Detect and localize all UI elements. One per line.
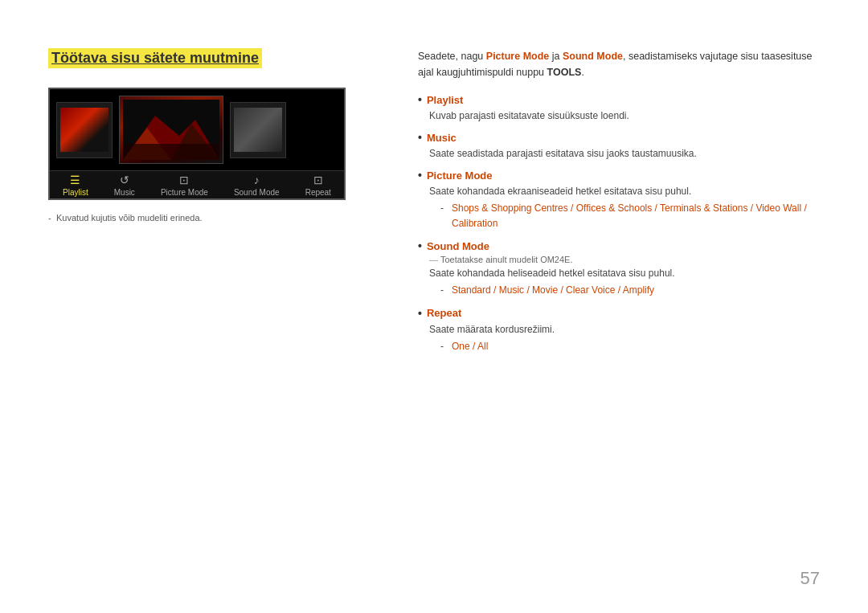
bullet-sound-mode: •: [418, 239, 422, 252]
section-title-repeat: • Repeat: [418, 307, 820, 320]
nav-repeat: ⊡ Repeat: [305, 174, 331, 197]
picture-mode-ref: Picture Mode: [486, 51, 550, 62]
picture-mode-title: Picture Mode: [427, 170, 493, 182]
sound-mode-links: Standard / Music / Movie / Clear Voice /…: [440, 283, 820, 298]
sound-mode-ref: Sound Mode: [563, 51, 623, 62]
section-title-playlist: • Playlist: [418, 93, 820, 106]
playlist-desc: Kuvab parajasti esitatavate sisuüksuste …: [418, 108, 820, 123]
picture-mode-sub-list: Shops & Shopping Centres / Offices & Sch…: [418, 201, 820, 231]
playlist-icon: ☰: [68, 174, 84, 186]
bullet-picture-mode: •: [418, 169, 422, 182]
nav-music: ↺ Music: [114, 174, 135, 197]
nav-playlist-label: Playlist: [63, 188, 88, 197]
bullet-repeat: •: [418, 307, 422, 320]
intro-paragraph: Seadete, nagu Picture Mode ja Sound Mode…: [418, 48, 820, 80]
right-column: Seadete, nagu Picture Mode ja Sound Mode…: [418, 48, 820, 581]
screen-thumbnail-right: [230, 102, 286, 158]
sound-mode-icon: ♪: [248, 174, 264, 186]
section-title-picture-mode: • Picture Mode: [418, 169, 820, 182]
music-desc: Saate seadistada parajasti esitatava sis…: [418, 146, 820, 161]
nav-sound-mode-label: Sound Mode: [234, 188, 280, 197]
bullet-playlist: •: [418, 93, 422, 106]
sound-mode-desc: Saate kohandada heliseadeid hetkel esita…: [418, 266, 820, 280]
screen-top: [50, 89, 344, 170]
main-thumb-svg: [123, 100, 219, 160]
repeat-icon: ⊡: [310, 174, 326, 186]
section-title-music: • Music: [418, 131, 820, 144]
picture-mode-icon: ⊡: [176, 174, 192, 186]
left-column: Töötava sisu sätete muutmine: [48, 48, 386, 581]
music-title: Music: [427, 132, 457, 144]
section-sound-mode: • Sound Mode Toetatakse ainult mudelit O…: [418, 239, 820, 298]
nav-sound-mode: ♪ Sound Mode: [234, 174, 280, 197]
thumbnail-image-right: [234, 108, 282, 152]
main-content: Töötava sisu sätete muutmine: [48, 48, 820, 581]
sound-mode-sub-list: Standard / Music / Movie / Clear Voice /…: [418, 283, 820, 298]
note-text: Kuvatud kujutis võib mudeliti erineda.: [48, 213, 386, 223]
nav-picture-mode-label: Picture Mode: [161, 188, 208, 197]
section-music: • Music Saate seadistada parajasti esita…: [418, 131, 820, 161]
screen-nav: ☰ Playlist ↺ Music ⊡ Picture Mode ♪ Soun…: [50, 170, 344, 198]
section-list: • Playlist Kuvab parajasti esitatavate s…: [418, 93, 820, 354]
tools-ref: TOOLS: [547, 67, 582, 78]
nav-playlist: ☰ Playlist: [63, 174, 88, 197]
section-playlist: • Playlist Kuvab parajasti esitatavate s…: [418, 93, 820, 123]
repeat-link-text: One / All: [452, 341, 488, 352]
repeat-sub-list: One / All: [418, 339, 820, 354]
intro-text-before: Seadete, nagu: [418, 51, 486, 62]
device-screen: ☰ Playlist ↺ Music ⊡ Picture Mode ♪ Soun…: [48, 88, 346, 200]
screen-main-thumbnail: [119, 96, 223, 164]
section-picture-mode: • Picture Mode Saate kohandada ekraanise…: [418, 169, 820, 231]
repeat-title: Repeat: [427, 307, 461, 319]
bullet-music: •: [418, 131, 422, 144]
section-repeat: • Repeat Saate määrata kordusrežiimi. On…: [418, 307, 820, 354]
page-container: Töötava sisu sätete muutmine: [0, 0, 868, 613]
intro-text-end: .: [581, 67, 583, 78]
sound-mode-note: Toetatakse ainult mudelit OM24E.: [418, 255, 820, 264]
sound-mode-link-text: Standard / Music / Movie / Clear Voice /…: [452, 284, 654, 296]
repeat-desc: Saate määrata kordusrežiimi.: [418, 322, 820, 337]
screen-thumbnail-left: [56, 102, 113, 158]
sound-mode-note-text: Toetatakse ainult mudelit OM24E.: [440, 255, 572, 264]
picture-mode-links: Shops & Shopping Centres / Offices & Sch…: [440, 201, 820, 231]
nav-repeat-label: Repeat: [305, 188, 331, 197]
intro-text-ja: ja: [549, 51, 563, 62]
page-number: 57: [800, 568, 820, 589]
repeat-links: One / All: [440, 339, 820, 354]
sound-mode-title: Sound Mode: [427, 240, 489, 252]
svg-rect-4: [123, 144, 219, 160]
picture-mode-desc: Saate kohandada ekraaniseadeid hetkel es…: [418, 184, 820, 198]
page-title: Töötava sisu sätete muutmine: [48, 48, 262, 68]
picture-mode-link-text: Shops & Shopping Centres / Offices & Sch…: [452, 202, 807, 229]
playlist-title: Playlist: [427, 94, 464, 106]
section-title-sound-mode: • Sound Mode: [418, 239, 820, 252]
thumbnail-image-left: [60, 108, 108, 152]
music-icon: ↺: [117, 174, 133, 186]
nav-picture-mode: ⊡ Picture Mode: [161, 174, 208, 197]
nav-music-label: Music: [114, 188, 135, 197]
